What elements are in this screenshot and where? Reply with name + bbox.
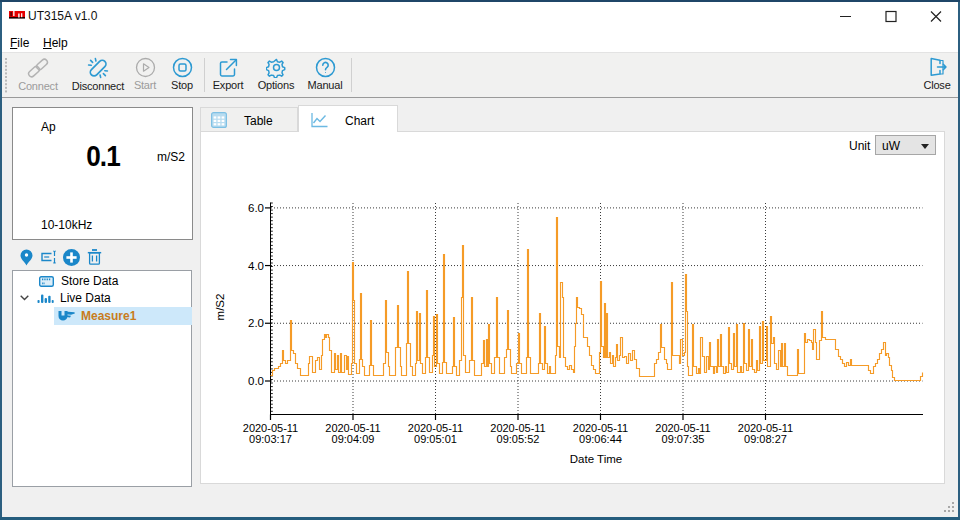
svg-text:6.0: 6.0 xyxy=(248,202,264,214)
svg-text:09:07:35: 09:07:35 xyxy=(662,433,705,445)
svg-text:09:06:44: 09:06:44 xyxy=(579,433,622,445)
svg-text:Date Time: Date Time xyxy=(570,453,622,465)
svg-text:09:08:27: 09:08:27 xyxy=(744,433,787,445)
svg-text:09:04:09: 09:04:09 xyxy=(332,433,375,445)
svg-text:09:03:17: 09:03:17 xyxy=(249,433,292,445)
svg-text:09:05:01: 09:05:01 xyxy=(414,433,457,445)
svg-text:2.0: 2.0 xyxy=(248,317,264,329)
svg-text:m/S2: m/S2 xyxy=(214,294,226,321)
svg-text:4.0: 4.0 xyxy=(248,260,264,272)
svg-text:09:05:52: 09:05:52 xyxy=(497,433,540,445)
svg-text:0.0: 0.0 xyxy=(248,375,264,387)
